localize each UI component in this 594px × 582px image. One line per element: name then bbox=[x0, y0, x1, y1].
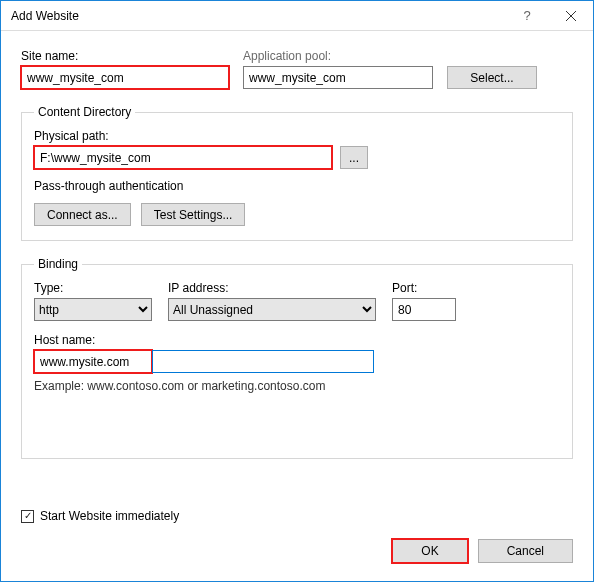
port-input[interactable] bbox=[392, 298, 456, 321]
host-example-text: Example: www.contoso.com or marketing.co… bbox=[34, 379, 560, 393]
title-bar: Add Website ? bbox=[1, 1, 593, 31]
add-website-dialog: Add Website ? Site name: Application poo… bbox=[0, 0, 594, 582]
connect-as-button[interactable]: Connect as... bbox=[34, 203, 131, 226]
close-button[interactable] bbox=[549, 1, 593, 30]
content-directory-group: Content Directory Physical path: ... Pas… bbox=[21, 105, 573, 241]
close-icon bbox=[566, 11, 576, 21]
help-button[interactable]: ? bbox=[505, 1, 549, 30]
content-directory-legend: Content Directory bbox=[34, 105, 135, 119]
physical-path-label: Physical path: bbox=[34, 129, 560, 143]
ip-select[interactable]: All Unassigned bbox=[168, 298, 376, 321]
ip-label: IP address: bbox=[168, 281, 376, 295]
test-settings-button[interactable]: Test Settings... bbox=[141, 203, 246, 226]
select-app-pool-button[interactable]: Select... bbox=[447, 66, 537, 89]
type-label: Type: bbox=[34, 281, 152, 295]
name-pool-row: Site name: Application pool: Select... bbox=[21, 49, 573, 89]
site-name-input[interactable] bbox=[21, 66, 229, 89]
physical-path-input[interactable] bbox=[34, 146, 332, 169]
binding-legend: Binding bbox=[34, 257, 82, 271]
ok-button[interactable]: OK bbox=[392, 539, 467, 563]
host-label: Host name: bbox=[34, 333, 560, 347]
passthrough-label: Pass-through authentication bbox=[34, 179, 560, 193]
host-value-display bbox=[34, 350, 152, 373]
app-pool-input[interactable] bbox=[243, 66, 433, 89]
host-name-input[interactable] bbox=[152, 350, 374, 373]
start-immediately-checkbox[interactable]: ✓ bbox=[21, 510, 34, 523]
dialog-content: Site name: Application pool: Select... C… bbox=[1, 31, 593, 459]
start-immediately-label: Start Website immediately bbox=[40, 509, 179, 523]
window-title: Add Website bbox=[11, 9, 505, 23]
start-immediately-row[interactable]: ✓ Start Website immediately bbox=[21, 509, 179, 523]
binding-group: Binding Type: http IP address: All Unass… bbox=[21, 257, 573, 459]
cancel-button[interactable]: Cancel bbox=[478, 539, 573, 563]
dialog-footer: OK Cancel bbox=[392, 539, 573, 563]
browse-path-button[interactable]: ... bbox=[340, 146, 368, 169]
type-select[interactable]: http bbox=[34, 298, 152, 321]
site-name-label: Site name: bbox=[21, 49, 229, 63]
port-label: Port: bbox=[392, 281, 456, 295]
app-pool-label: Application pool: bbox=[243, 49, 433, 63]
